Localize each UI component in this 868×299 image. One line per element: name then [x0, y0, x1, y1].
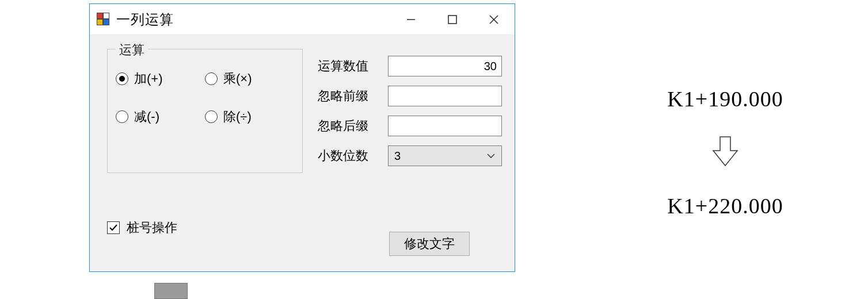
- radio-subtract[interactable]: 减(-): [116, 108, 205, 125]
- radio-divide-label: 除(÷): [223, 108, 252, 125]
- ignore-suffix-label: 忽略后缀: [318, 117, 380, 135]
- window-title: 一列运算: [116, 10, 174, 29]
- decimal-label: 小数位数: [318, 147, 380, 164]
- ignore-prefix-input[interactable]: [388, 86, 502, 106]
- decimal-select[interactable]: 3: [388, 145, 502, 166]
- radio-circle-icon: [205, 72, 218, 85]
- app-icon: [97, 13, 111, 26]
- radio-circle-icon: [116, 72, 128, 85]
- station-operation-label: 桩号操作: [127, 219, 177, 236]
- close-button[interactable]: [473, 4, 515, 34]
- station-operation-checkbox[interactable]: 桩号操作: [107, 219, 177, 236]
- decimal-select-value: 3: [394, 150, 401, 163]
- operation-group-title: 运算: [116, 41, 148, 59]
- example-preview: K1+190.000 K1+220.000: [639, 86, 812, 219]
- maximize-button[interactable]: [432, 4, 473, 34]
- dialog-client-area: 运算 加(+) 乘(×) 减(-) 除(÷): [90, 35, 515, 271]
- modify-text-button-label: 修改文字: [404, 235, 455, 252]
- modify-text-button[interactable]: 修改文字: [389, 232, 470, 256]
- chevron-down-icon: [486, 151, 496, 160]
- value-input[interactable]: 30: [388, 56, 502, 76]
- checkmark-icon: [109, 223, 118, 232]
- radio-multiply[interactable]: 乘(×): [205, 70, 294, 87]
- radio-subtract-label: 减(-): [134, 108, 159, 125]
- checkbox-box-icon: [107, 221, 120, 234]
- radio-circle-icon: [116, 110, 128, 123]
- ignore-prefix-label: 忽略前缀: [318, 87, 380, 105]
- example-after: K1+220.000: [639, 193, 812, 220]
- svg-marker-4: [713, 137, 737, 166]
- down-arrow-icon: [711, 133, 740, 168]
- radio-divide[interactable]: 除(÷): [205, 108, 294, 125]
- radio-circle-icon: [205, 110, 218, 123]
- titlebar: 一列运算: [90, 4, 515, 35]
- column-arithmetic-dialog: 一列运算 运算 加(+) 乘(×): [89, 3, 515, 272]
- value-input-text: 30: [484, 60, 497, 73]
- svg-rect-1: [448, 16, 456, 24]
- radio-add-label: 加(+): [134, 70, 163, 87]
- fields-column: 运算数值 30 忽略前缀 忽略后缀 小数位数 3: [318, 56, 502, 175]
- stray-rect: [154, 283, 188, 299]
- ignore-suffix-input[interactable]: [388, 116, 502, 136]
- radio-add[interactable]: 加(+): [116, 70, 205, 87]
- value-label: 运算数值: [318, 57, 380, 75]
- operation-groupbox: 运算 加(+) 乘(×) 减(-) 除(÷): [107, 49, 303, 173]
- radio-multiply-label: 乘(×): [223, 70, 252, 87]
- minimize-button[interactable]: [390, 4, 432, 34]
- example-before: K1+190.000: [639, 86, 812, 113]
